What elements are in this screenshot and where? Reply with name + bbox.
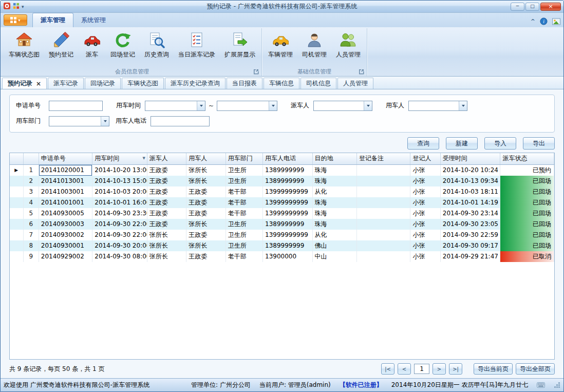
- grid-cell[interactable]: 小张: [410, 240, 440, 251]
- grid-cell[interactable]: 小张: [410, 197, 440, 208]
- grid-cell[interactable]: 张所长: [186, 240, 225, 251]
- table-row[interactable]: 3201410030012014-10-03 20:00王政委王政委老干部139…: [10, 186, 554, 197]
- next-page-button[interactable]: >: [433, 363, 446, 375]
- grid-cell[interactable]: 张所长: [147, 240, 186, 251]
- grid-cell[interactable]: 珠海: [312, 219, 356, 230]
- use-time-from-combo[interactable]: [145, 101, 205, 111]
- grid-column-header[interactable]: 用车部门: [225, 153, 262, 164]
- table-row[interactable]: 5201409300052014-09-30 23:30王政委王政委老干部139…: [10, 208, 554, 219]
- grid-cell[interactable]: 20141013001: [39, 176, 92, 186]
- grid-cell[interactable]: 2014-09-30 20:00: [92, 240, 147, 251]
- table-row[interactable]: 2201410130012014-10-13 15:00王政委张所长卫生所138…: [10, 176, 554, 186]
- minimize-button[interactable]: ─: [511, 3, 524, 11]
- grid-cell[interactable]: 小张: [410, 219, 440, 230]
- grid-cell[interactable]: 珠海: [312, 197, 356, 208]
- grid-cell[interactable]: 2014-09-30 22:00: [92, 230, 147, 240]
- grid-cell[interactable]: 2014-10-13 15:00: [92, 176, 147, 186]
- grid-cell[interactable]: 20140930001: [39, 240, 92, 251]
- grid-cell[interactable]: 张所长: [186, 164, 225, 176]
- grid-cell[interactable]: 中山: [312, 251, 356, 262]
- grid-column-header[interactable]: 派车状态: [500, 153, 554, 164]
- grid-cell[interactable]: 2014-10-03 20:00: [92, 186, 147, 197]
- table-row[interactable]: 4201410010012014-10-01 16:00王政委王政委老干部139…: [10, 197, 554, 208]
- department-combo[interactable]: [49, 116, 109, 126]
- grid-cell[interactable]: 卫生所: [225, 230, 262, 240]
- ribbon-button-history-search[interactable]: 历史查询: [140, 28, 174, 61]
- last-page-button[interactable]: >|: [449, 363, 462, 375]
- grid-cell[interactable]: 小张: [410, 164, 440, 176]
- grid-cell[interactable]: 20140930003: [39, 219, 92, 230]
- grid-cell[interactable]: [356, 251, 410, 262]
- combo-dropdown-icon[interactable]: [101, 117, 109, 126]
- doc-tab[interactable]: 当日报表: [227, 78, 262, 89]
- grid-cell[interactable]: 张所长: [186, 176, 225, 186]
- request-no-input[interactable]: [49, 101, 103, 111]
- grid-column-header[interactable]: 受理时间: [440, 153, 500, 164]
- doc-tab[interactable]: 车辆信息: [264, 78, 299, 89]
- grid-cell[interactable]: 珠海: [312, 164, 356, 176]
- grid-cell[interactable]: [356, 230, 410, 240]
- grid-cell[interactable]: 从化: [312, 230, 356, 240]
- doc-tab[interactable]: 回场记录: [85, 78, 121, 89]
- grid-cell-status[interactable]: 已回场: [500, 208, 554, 219]
- grid-cell[interactable]: 2014-09-30 23:05: [440, 219, 500, 230]
- grid-cell[interactable]: 王政委: [147, 197, 186, 208]
- grid-cell[interactable]: 20140929002: [39, 251, 92, 262]
- grid-cell[interactable]: 2014-09-30 08:00: [92, 251, 147, 262]
- grid-cell[interactable]: 13999999999: [263, 197, 313, 208]
- ribbon-tab[interactable]: 系统管理: [73, 13, 114, 27]
- grid-cell[interactable]: 13999999999: [263, 186, 313, 197]
- table-row[interactable]: 6201409300032014-09-30 22:00王政委张所长卫生所138…: [10, 219, 554, 230]
- table-row[interactable]: 7201409300022014-09-30 22:00张所长王政委卫生所139…: [10, 230, 554, 240]
- resize-grip[interactable]: [554, 382, 560, 388]
- grid-cell[interactable]: 小张: [410, 186, 440, 197]
- table-row[interactable]: 9201409290022014-09-30 08:00张所长王政委老干部139…: [10, 251, 554, 262]
- tab-close-icon[interactable]: ×: [36, 81, 41, 87]
- combo-dropdown-icon[interactable]: [364, 101, 372, 110]
- export-button[interactable]: 导出: [523, 137, 555, 150]
- export-all-pages-button[interactable]: 导出全部页: [516, 363, 555, 375]
- grid-cell[interactable]: [356, 219, 410, 230]
- grid-cell[interactable]: 小张: [410, 251, 440, 262]
- grid-cell-status[interactable]: 已回场: [500, 176, 554, 186]
- doc-tab[interactable]: 车辆状态图: [122, 78, 164, 89]
- grid-cell-status[interactable]: 已回场: [500, 230, 554, 240]
- grid-cell[interactable]: 卫生所: [225, 240, 262, 251]
- grid-cell-status[interactable]: 已回场: [500, 219, 554, 230]
- import-button[interactable]: 导入: [484, 137, 516, 150]
- grid-cell[interactable]: 张所长: [147, 230, 186, 240]
- ribbon-button-return-register[interactable]: 回场登记: [106, 28, 140, 61]
- grid-cell[interactable]: 王政委: [147, 219, 186, 230]
- grid-cell[interactable]: 2014-09-30 23:30: [92, 208, 147, 219]
- grid-cell[interactable]: 20140930002: [39, 230, 92, 240]
- first-page-button[interactable]: |<: [381, 363, 394, 375]
- column-filter-icon[interactable]: ▼: [142, 156, 145, 160]
- grid-cell-status[interactable]: 已预约: [500, 164, 554, 176]
- grid-cell[interactable]: 2014-09-30 23:14: [440, 208, 500, 219]
- ribbon-tab[interactable]: 派车管理: [32, 13, 73, 27]
- grid-cell-status[interactable]: 已取消: [500, 251, 554, 262]
- grid-cell[interactable]: 卫生所: [225, 176, 262, 186]
- grid-cell[interactable]: 张所长: [147, 251, 186, 262]
- grid-cell[interactable]: 卫生所: [225, 219, 262, 230]
- create-button[interactable]: 新建: [446, 137, 478, 150]
- grid-column-header[interactable]: 用车时间▼: [92, 153, 147, 164]
- grid-cell[interactable]: 小张: [410, 208, 440, 219]
- grid-cell[interactable]: 2014-09-30 22:00: [92, 219, 147, 230]
- grid-cell[interactable]: 张所长: [186, 219, 225, 230]
- maximize-button[interactable]: □: [525, 3, 539, 11]
- ribbon-button-dispatch-car[interactable]: 派车: [78, 28, 106, 61]
- grid-cell[interactable]: 2014-09-30 09:17: [440, 240, 500, 251]
- combo-dropdown-icon[interactable]: [197, 101, 205, 110]
- grid-cell[interactable]: 小张: [410, 176, 440, 186]
- ribbon-button-vehicle-status[interactable]: 车辆状态图: [4, 28, 44, 61]
- grid-cell[interactable]: 2014-09-29 21:47: [440, 251, 500, 262]
- use-time-to-combo[interactable]: [217, 101, 277, 111]
- table-row[interactable]: ▶1201410200012014-10-20 13:00王政委张所长卫生所13…: [10, 164, 554, 176]
- grid-cell[interactable]: 1389999999: [263, 176, 313, 186]
- grid-cell[interactable]: 1389999999: [263, 240, 313, 251]
- grid-cell-status[interactable]: 已回场: [500, 186, 554, 197]
- grid-cell[interactable]: 1389999999: [263, 219, 313, 230]
- grid-cell[interactable]: 20141020001: [39, 164, 92, 176]
- grid-column-header[interactable]: 派车人: [147, 153, 186, 164]
